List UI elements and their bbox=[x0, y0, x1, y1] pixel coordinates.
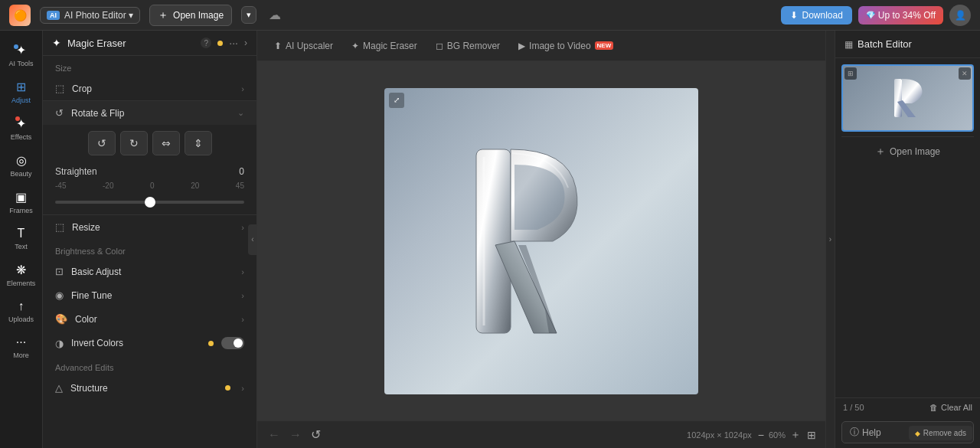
batch-open-image-button[interactable]: ＋ Open Image bbox=[875, 145, 940, 159]
tool-tabs: ⬆ AI Upscaler ✦ Magic Eraser ◻ BG Remove… bbox=[257, 31, 825, 61]
text-label: Text bbox=[15, 243, 28, 250]
basic-adjust-item[interactable]: ⊡ Basic Adjust › bbox=[43, 260, 256, 283]
rotate-ccw-button[interactable]: ↺ bbox=[88, 131, 116, 155]
open-image-label: Open Image bbox=[173, 10, 224, 21]
download-icon: ⬇ bbox=[790, 10, 798, 21]
zoom-controls: − 60% ＋ bbox=[758, 428, 801, 442]
open-plus-icon: ＋ bbox=[875, 145, 886, 159]
magic-eraser-expand-icon[interactable]: › bbox=[244, 38, 247, 48]
image-size-label: 1024px × 1024px bbox=[687, 430, 752, 440]
straighten-slider[interactable] bbox=[55, 201, 244, 204]
sidebar-item-elements[interactable]: ❋ Elements bbox=[0, 257, 42, 293]
right-panel-spacer bbox=[835, 234, 980, 398]
sidebar-item-text[interactable]: T Text bbox=[0, 221, 42, 257]
remove-ads-button[interactable]: ◆ Remove ads bbox=[909, 426, 972, 440]
expand-right-handle[interactable]: › bbox=[825, 31, 835, 448]
svg-rect-0 bbox=[476, 149, 511, 333]
magic-eraser-info-icon[interactable]: ? bbox=[201, 38, 211, 48]
tab-image-to-video[interactable]: ▶ Image to Video NEW bbox=[511, 37, 621, 55]
new-badge: NEW bbox=[595, 41, 614, 50]
elements-label: Elements bbox=[7, 280, 36, 287]
invert-colors-toggle[interactable] bbox=[221, 337, 244, 349]
zoom-level: 60% bbox=[769, 430, 786, 440]
nav-forward-button[interactable]: → bbox=[288, 427, 303, 443]
tab-bg-remover[interactable]: ◻ BG Remover bbox=[428, 37, 508, 55]
mode-selector[interactable]: AI AI Photo Editor ▾ bbox=[40, 7, 140, 24]
resize-item[interactable]: ⬚ Resize › bbox=[43, 215, 256, 239]
straighten-value: 0 bbox=[239, 166, 244, 177]
crop-item[interactable]: ⬚ Crop › bbox=[43, 77, 256, 100]
mark-neg45: -45 bbox=[55, 181, 66, 190]
sidebar-item-frames[interactable]: ▣ Frames bbox=[0, 184, 42, 221]
batch-editor-header: ▦ Batch Editor bbox=[835, 31, 980, 58]
sidebar-item-more[interactable]: ··· More bbox=[0, 329, 42, 365]
download-button[interactable]: ⬇ Download bbox=[781, 6, 851, 25]
batch-layers-icon[interactable]: ⊞ bbox=[844, 67, 857, 80]
color-item[interactable]: 🎨 Color › bbox=[43, 307, 256, 331]
icon-sidebar: ✦ AI Tools ⊞ Adjust ✦ Effects ◎ Beauty bbox=[0, 31, 43, 448]
zoom-in-button[interactable]: ＋ bbox=[790, 428, 801, 442]
sidebar-item-beauty[interactable]: ◎ Beauty bbox=[0, 147, 42, 184]
magic-eraser-yellow-dot bbox=[217, 41, 223, 46]
sidebar-item-ai-tools[interactable]: ✦ AI Tools bbox=[0, 37, 42, 74]
canvas-svg bbox=[434, 126, 648, 356]
clear-all-button[interactable]: 🗑 Clear All bbox=[929, 403, 972, 412]
view-mode-button[interactable]: ⊞ bbox=[807, 429, 816, 441]
batch-editor-title: Batch Editor bbox=[858, 38, 912, 50]
help-label: Help bbox=[862, 427, 881, 438]
magic-eraser-more-icon[interactable]: ··· bbox=[229, 37, 238, 49]
basic-adjust-chevron-icon: › bbox=[241, 267, 244, 276]
svg-rect-2 bbox=[894, 79, 902, 117]
batch-delete-icon[interactable]: ✕ bbox=[959, 67, 971, 80]
open-image-button[interactable]: ＋ Open Image bbox=[149, 5, 232, 26]
promo-button[interactable]: 💎 Up to 34% Off bbox=[858, 6, 943, 25]
straighten-marks: -45 -20 0 20 45 bbox=[55, 181, 244, 190]
color-chevron-icon: › bbox=[241, 315, 244, 324]
flip-vertical-button[interactable]: ⇕ bbox=[185, 131, 212, 155]
magic-eraser-icon: ✦ bbox=[52, 37, 61, 49]
fine-tune-item[interactable]: ◉ Fine Tune › bbox=[43, 283, 256, 307]
uploads-icon: ↑ bbox=[18, 299, 24, 313]
effects-label: Effects bbox=[11, 133, 31, 141]
structure-icon: △ bbox=[55, 382, 63, 394]
tab-magic-eraser[interactable]: ✦ Magic Eraser bbox=[344, 37, 425, 55]
image-to-video-icon: ▶ bbox=[518, 41, 525, 51]
tab-ai-upscaler[interactable]: ⬆ AI Upscaler bbox=[266, 37, 341, 55]
remove-ads-label: Remove ads bbox=[923, 429, 966, 437]
download-label: Download bbox=[802, 10, 842, 21]
structure-item[interactable]: △ Structure › bbox=[43, 376, 256, 400]
color-label: Color bbox=[75, 314, 234, 325]
batch-image-thumbnail bbox=[841, 64, 974, 132]
rotate-icon: ↺ bbox=[55, 107, 64, 119]
open-image-label: Open Image bbox=[890, 146, 940, 157]
ai-upscaler-icon: ⬆ bbox=[274, 41, 282, 51]
batch-image-item[interactable]: ⊞ ✕ bbox=[841, 64, 974, 132]
batch-open-image-area[interactable]: ＋ Open Image bbox=[841, 136, 974, 166]
structure-yellow-dot bbox=[225, 385, 230, 391]
fine-tune-label: Fine Tune bbox=[71, 290, 234, 301]
flip-horizontal-button[interactable]: ⇔ bbox=[152, 131, 180, 155]
collapse-panel-handle[interactable]: ‹ bbox=[248, 224, 257, 255]
nav-back-button[interactable]: ← bbox=[266, 427, 282, 443]
user-avatar[interactable]: 👤 bbox=[949, 5, 971, 26]
plus-icon: ＋ bbox=[158, 8, 168, 22]
sidebar-item-adjust[interactable]: ⊞ Adjust bbox=[0, 74, 42, 110]
sidebar-item-effects[interactable]: ✦ Effects bbox=[0, 110, 42, 147]
zoom-out-button[interactable]: − bbox=[758, 429, 764, 441]
mark-neg20: -20 bbox=[103, 181, 113, 190]
cloud-icon[interactable]: ☁ bbox=[269, 8, 281, 22]
invert-yellow-dot bbox=[208, 341, 214, 346]
frames-label: Frames bbox=[9, 207, 33, 214]
nav-refresh-button[interactable]: ↺ bbox=[309, 426, 322, 443]
rotate-cw-button[interactable]: ↻ bbox=[120, 131, 148, 155]
sidebar-item-uploads[interactable]: ↑ Uploads bbox=[0, 293, 42, 329]
batch-thumb-svg bbox=[885, 75, 931, 121]
effects-red-dot bbox=[15, 116, 20, 121]
open-image-chevron[interactable]: ▾ bbox=[241, 6, 256, 24]
rotate-flip-header[interactable]: ↺ Rotate & Flip ⌄ bbox=[43, 101, 256, 125]
canvas-image: ⤢ bbox=[384, 88, 698, 394]
mark-20: 20 bbox=[191, 181, 199, 190]
canvas-expand-icon[interactable]: ⤢ bbox=[389, 93, 404, 108]
topbar-right: ⬇ Download 💎 Up to 34% Off 👤 bbox=[781, 5, 971, 26]
elements-icon: ❋ bbox=[16, 263, 26, 277]
